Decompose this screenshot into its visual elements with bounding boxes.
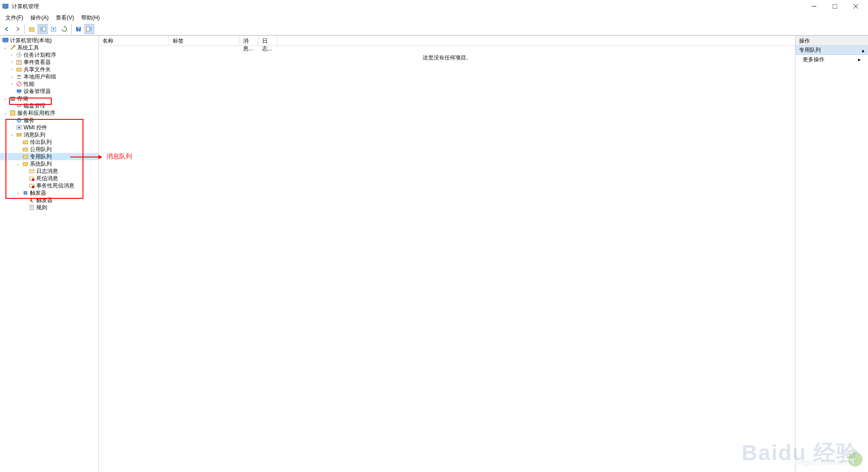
- tree-journal-messages[interactable]: 日志消息: [0, 167, 98, 175]
- svg-rect-8: [43, 27, 45, 31]
- up-button[interactable]: [27, 24, 37, 34]
- svg-point-43: [32, 178, 34, 181]
- svg-line-25: [17, 82, 21, 86]
- svg-rect-3: [833, 4, 837, 9]
- svg-rect-18: [17, 60, 21, 64]
- tree-shared-folders[interactable]: › 共享文件夹: [0, 66, 98, 73]
- svg-rect-27: [18, 93, 20, 93]
- tree-local-users[interactable]: › 本地用户和组: [0, 73, 98, 80]
- expand-icon[interactable]: ›: [9, 74, 15, 79]
- actions-panel: 操作 专用队列 ▴ 更多操作 ▸: [795, 36, 868, 472]
- trigger-icon: [28, 197, 35, 204]
- tree-triggers[interactable]: ⌄ 触发器: [0, 189, 98, 197]
- tree-public-queues[interactable]: 公用队列: [0, 146, 98, 153]
- minimize-button[interactable]: [804, 0, 824, 13]
- tree-services-apps[interactable]: ⌄ 服务和应用程序: [0, 109, 98, 117]
- tree-trans-dead-letter[interactable]: 事务性死信消息: [0, 182, 98, 189]
- svg-point-35: [18, 127, 20, 128]
- svg-rect-21: [17, 68, 21, 71]
- menu-action[interactable]: 操作(A): [27, 13, 52, 23]
- menubar: 文件(F) 操作(A) 查看(V) 帮助(H): [0, 13, 868, 23]
- tree-wmi-control[interactable]: WMI 控件: [0, 124, 98, 131]
- expand-icon[interactable]: ›: [9, 67, 15, 72]
- gear-icon: [15, 117, 23, 124]
- msmq-icon: [15, 131, 23, 138]
- svg-point-23: [19, 75, 21, 77]
- svg-rect-13: [87, 27, 89, 31]
- titlebar: 计算机管理: [0, 0, 868, 13]
- expand-icon[interactable]: ›: [9, 52, 15, 58]
- col-name[interactable]: 名称: [99, 36, 169, 45]
- tree-system-tools[interactable]: ⌄ 系统工具: [0, 44, 98, 51]
- event-icon: [15, 59, 23, 66]
- forward-button[interactable]: [13, 24, 23, 34]
- actions-more[interactable]: 更多操作 ▸: [795, 55, 868, 64]
- tree-dead-letter[interactable]: 死信消息: [0, 175, 98, 182]
- svg-point-30: [17, 104, 21, 107]
- svg-rect-16: [4, 42, 7, 43]
- tree-outgoing-queues[interactable]: 传出队列: [0, 138, 98, 146]
- content-area: 计算机管理(本地) ⌄ 系统工具 › 任务计划程序 › 事件查看器: [0, 35, 868, 472]
- menu-view[interactable]: 查看(V): [52, 13, 78, 23]
- expand-icon[interactable]: ⌄: [15, 190, 21, 196]
- chevron-right-icon: ▸: [858, 56, 861, 63]
- tree-root[interactable]: 计算机管理(本地): [0, 37, 98, 44]
- expand-icon[interactable]: ⌄: [9, 132, 15, 138]
- svg-rect-7: [40, 27, 42, 31]
- tree-system-queues[interactable]: ⌄ 系统队列: [0, 160, 98, 167]
- actions-header: 操作: [795, 36, 868, 46]
- tree-rules[interactable]: 规则: [0, 204, 98, 211]
- list-body[interactable]: 这里没有任何项目。: [99, 46, 795, 472]
- help-button[interactable]: ?: [73, 24, 83, 34]
- tree-disk-management[interactable]: 磁盘管理: [0, 102, 98, 109]
- computer-icon: [2, 37, 9, 44]
- users-icon: [15, 73, 23, 80]
- svg-rect-39: [23, 155, 28, 158]
- device-icon: [15, 88, 23, 95]
- svg-rect-15: [3, 38, 8, 42]
- tree-event-viewer[interactable]: › 事件查看器: [0, 59, 98, 66]
- svg-point-22: [17, 75, 19, 77]
- tree-services[interactable]: 服务: [0, 117, 98, 124]
- col-log[interactable]: 日志...: [258, 36, 278, 45]
- col-label[interactable]: 标签: [169, 36, 239, 45]
- expand-icon[interactable]: ⌄: [15, 161, 21, 167]
- menu-help[interactable]: 帮助(H): [78, 13, 103, 23]
- disk-icon: [15, 102, 23, 109]
- menu-file[interactable]: 文件(F): [2, 13, 27, 23]
- scheduler-icon: [15, 51, 23, 59]
- window-title: 计算机管理: [12, 3, 804, 10]
- show-hide-actions-button[interactable]: [84, 24, 94, 34]
- wmi-icon: [15, 124, 23, 131]
- svg-point-45: [32, 186, 34, 188]
- shared-folder-icon: [15, 66, 23, 73]
- actions-section[interactable]: 专用队列 ▴: [795, 46, 868, 55]
- expand-icon[interactable]: ⌄: [3, 45, 8, 50]
- svg-rect-37: [23, 141, 28, 144]
- tools-icon: [9, 44, 16, 51]
- svg-rect-0: [3, 4, 8, 8]
- tree-task-scheduler[interactable]: › 任务计划程序: [0, 51, 98, 59]
- tree-storage[interactable]: ⌄ 存储: [0, 95, 98, 102]
- expand-icon[interactable]: ›: [9, 59, 15, 65]
- tree-triggers-sub[interactable]: 触发器: [0, 197, 98, 204]
- refresh-button[interactable]: [59, 24, 69, 34]
- toolbar: ?: [0, 23, 868, 35]
- rules-icon: [28, 204, 35, 211]
- tree-message-queuing[interactable]: ⌄ 消息队列: [0, 131, 98, 138]
- maximize-button[interactable]: [824, 0, 845, 13]
- expand-icon[interactable]: ⌄: [3, 96, 8, 101]
- expand-icon[interactable]: ›: [9, 81, 15, 87]
- tree-private-queues[interactable]: 专用队列: [0, 153, 98, 160]
- folder-icon: [22, 146, 29, 153]
- tree-device-manager[interactable]: 设备管理器: [0, 88, 98, 95]
- back-button[interactable]: [2, 24, 12, 34]
- col-message[interactable]: 消息...: [239, 36, 258, 45]
- close-button[interactable]: [845, 0, 866, 13]
- export-button[interactable]: [49, 24, 59, 34]
- triggers-icon: [22, 189, 29, 197]
- show-hide-tree-button[interactable]: [38, 24, 48, 34]
- tree-performance[interactable]: › 性能: [0, 80, 98, 88]
- expand-icon[interactable]: ⌄: [3, 110, 8, 116]
- tree-panel[interactable]: 计算机管理(本地) ⌄ 系统工具 › 任务计划程序 › 事件查看器: [0, 36, 99, 472]
